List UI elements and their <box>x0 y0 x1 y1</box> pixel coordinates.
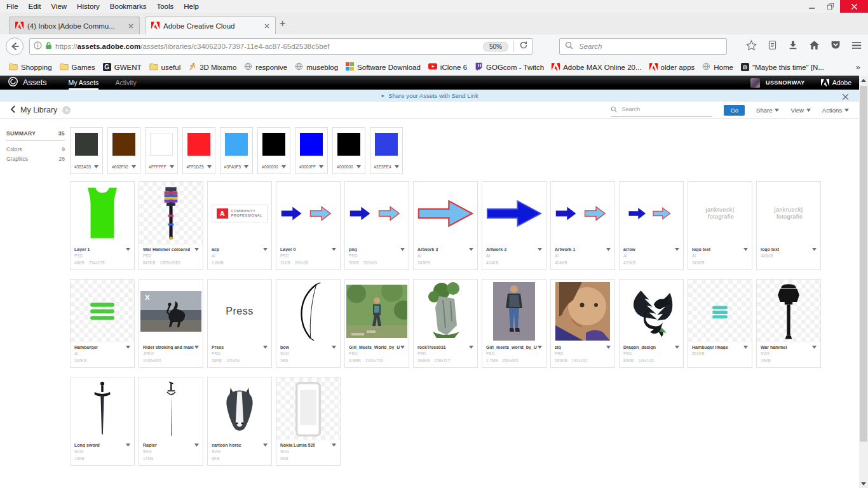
minimize-button[interactable] <box>802 0 821 13</box>
bookmark-item[interactable]: responive <box>240 60 291 74</box>
username-label[interactable]: USSNORWAY <box>766 79 805 86</box>
dropdown-caret-icon[interactable] <box>743 345 748 349</box>
graphic-asset-card[interactable]: Girl_meets_world_by_Us...PSD1.7MB 450x66… <box>482 279 546 368</box>
dropdown-caret-icon[interactable] <box>194 443 199 447</box>
dropdown-caret-icon[interactable] <box>263 247 268 252</box>
dropdown-caret-icon[interactable] <box>281 165 286 169</box>
dropdown-caret-icon[interactable] <box>538 345 542 349</box>
graphic-asset-card[interactable]: War hammerSVG19KB <box>756 279 821 368</box>
graphic-asset-card[interactable]: arrowAI421KB <box>619 181 684 270</box>
bookmark-item[interactable]: GGWENT <box>99 61 146 73</box>
dropdown-caret-icon[interactable] <box>743 247 748 252</box>
dropdown-caret-icon[interactable] <box>332 247 336 252</box>
dropdown-caret-icon[interactable] <box>675 345 679 349</box>
library-search-input[interactable] <box>620 105 712 113</box>
close-button[interactable] <box>840 0 868 13</box>
dropdown-caret-icon[interactable] <box>400 247 405 252</box>
dropdown-caret-icon[interactable] <box>332 443 336 447</box>
menu-item-view[interactable]: View <box>46 1 72 11</box>
graphic-asset-card[interactable]: Artwork 2AI424KB <box>482 181 546 270</box>
actions-menu[interactable]: Actions <box>822 107 849 114</box>
dropdown-caret-icon[interactable] <box>244 165 248 169</box>
banner-link[interactable]: Share your Assets with Send Link <box>388 92 478 99</box>
graphic-asset-card[interactable]: cartoon horseSVG6KB <box>207 377 272 466</box>
view-menu[interactable]: View <box>790 107 810 114</box>
menu-item-history[interactable]: History <box>72 1 105 11</box>
dropdown-caret-icon[interactable] <box>132 165 136 169</box>
bookmark-item[interactable]: Software Download <box>342 60 424 74</box>
dropdown-caret-icon[interactable] <box>194 345 199 349</box>
downloads-icon[interactable] <box>788 40 798 53</box>
graphic-asset-card[interactable]: Nokia Lumia 520SVG3KB <box>276 377 341 466</box>
bookmark-item[interactable]: museblog <box>291 60 342 74</box>
color-asset-card[interactable]: #0000FF <box>295 127 328 174</box>
color-asset-card[interactable]: #602F02 <box>107 127 140 174</box>
bookmark-star-icon[interactable] <box>746 40 757 53</box>
graphic-asset-card[interactable]: Layer 0PSD31KB 200x35 <box>276 181 341 270</box>
color-asset-card[interactable]: #FFFFFF <box>145 127 178 174</box>
tab-close-icon[interactable] <box>128 24 133 29</box>
assets-brand[interactable]: Assets <box>8 76 47 89</box>
browser-tab-creative-cloud[interactable]: Adobe Creative Cloud <box>145 17 276 34</box>
graphic-asset-card[interactable]: ACOMMUNITYPROFESSIONALacpAI1.6MB <box>207 181 272 270</box>
back-chevron-icon[interactable] <box>10 104 15 116</box>
user-avatar[interactable] <box>750 78 760 88</box>
dropdown-caret-icon[interactable] <box>400 345 405 349</box>
dropdown-caret-icon[interactable] <box>332 345 336 349</box>
menu-item-help[interactable]: Help <box>179 1 204 11</box>
site-info-icon[interactable] <box>34 41 42 52</box>
dropdown-caret-icon[interactable] <box>606 345 611 349</box>
dropdown-caret-icon[interactable] <box>356 165 361 169</box>
graphic-asset-card[interactable]: Girl_Meets_World_by_Us...PSD4.9MB 1181x7… <box>344 279 409 368</box>
graphic-asset-card[interactable]: Rider stroking and making...JPEG1000x665 <box>139 279 203 368</box>
bookmark-item[interactable]: Games <box>56 61 99 74</box>
color-asset-card[interactable]: #000000 <box>257 127 290 174</box>
banner-close-icon[interactable] <box>842 92 849 103</box>
back-button[interactable] <box>5 37 24 58</box>
vertical-scrollbar[interactable] <box>859 76 868 488</box>
url-bar[interactable]: https://assets.adobe.com/assets/librarie… <box>29 38 532 55</box>
graphic-asset-card[interactable]: War Hammer colouredPSD842KB 1055x2083 <box>139 181 203 270</box>
sidebar-item-graphics[interactable]: Graphics 26 <box>6 154 65 164</box>
dropdown-caret-icon[interactable] <box>126 345 130 349</box>
bookmark-item[interactable]: Home <box>698 60 737 74</box>
dropdown-caret-icon[interactable] <box>319 165 323 169</box>
browser-search-bar[interactable] <box>559 38 727 55</box>
dropdown-caret-icon[interactable] <box>94 165 98 169</box>
dropdown-caret-icon[interactable] <box>126 443 130 447</box>
bookmark-item[interactable]: 3D Mixamo <box>184 60 240 74</box>
sidebar-item-colors[interactable]: Colors 9 <box>6 145 65 154</box>
browser-search-input[interactable] <box>578 42 721 51</box>
dropdown-caret-icon[interactable] <box>675 247 679 252</box>
graphic-asset-card[interactable]: PressPressPSD28KB 101x54 <box>207 279 272 368</box>
add-library-icon[interactable]: + <box>62 106 71 114</box>
graphic-asset-card[interactable]: jankrueck|fotografielogo text445KB <box>756 181 821 270</box>
graphic-asset-card[interactable]: bowSVG3KB <box>276 279 341 368</box>
scroll-down-icon[interactable] <box>859 479 868 488</box>
dropdown-caret-icon[interactable] <box>812 345 817 349</box>
browser-tab-inbox[interactable]: (4) Inbox |Adobe Commu... <box>9 17 140 34</box>
hamburger-menu-icon[interactable] <box>851 41 862 52</box>
library-search[interactable] <box>611 104 712 117</box>
graphic-asset-card[interactable]: rockTrees031PSD394KB 228x317 <box>413 279 478 368</box>
bookmarks-overflow-chevron[interactable]: » <box>856 62 863 72</box>
bookmark-item[interactable]: older apps <box>646 61 699 74</box>
graphic-asset-card[interactable]: jankrueck|fotografielogo textAI343KB <box>688 181 752 270</box>
graphic-asset-card[interactable]: Layer 1PSD48KB 234x278 <box>70 181 135 270</box>
pocket-icon[interactable] <box>831 40 841 53</box>
color-asset-card[interactable]: #2E3FE4 <box>370 127 403 174</box>
new-tab-button[interactable]: + <box>280 18 285 29</box>
graphic-asset-card[interactable]: HamburgerAI340KB <box>70 279 135 368</box>
graphic-asset-card[interactable]: pngPSD30KB 200x55 <box>344 181 409 270</box>
bookmark-item[interactable]: iClone 6 <box>424 61 471 73</box>
tab-activity[interactable]: Activity <box>115 76 136 90</box>
dropdown-caret-icon[interactable] <box>207 165 212 169</box>
https-lock-icon[interactable] <box>45 41 52 52</box>
menu-item-edit[interactable]: Edit <box>24 1 46 11</box>
graphic-asset-card[interactable]: zigPSD183KB 192x192 <box>550 279 615 368</box>
bookmark-item[interactable]: Adobe MAX Online 20... <box>548 61 645 74</box>
dropdown-caret-icon[interactable] <box>469 345 473 349</box>
share-menu[interactable]: Share <box>756 107 779 114</box>
graphic-asset-card[interactable]: Hambuger image352KB <box>688 279 752 368</box>
bookmark-item[interactable]: GOGcom - Twitch <box>471 60 548 74</box>
